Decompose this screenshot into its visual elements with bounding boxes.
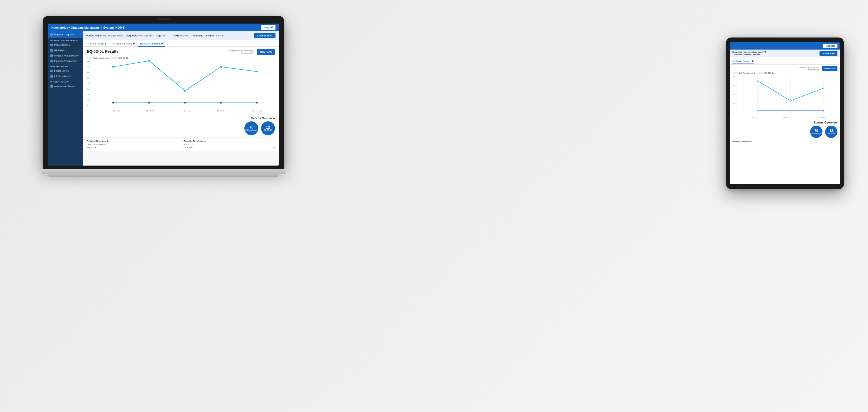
sidebar-inpatient-label: Inpatient / Outpatient	[54, 60, 76, 62]
tablet-legend-sa-color	[733, 72, 738, 73]
tablet-device: Logout Diagnosis: Haemophilia A Age: 76	[726, 37, 844, 189]
app-body: Register Diagnosis Patient Demographics …	[48, 31, 279, 165]
assessment-history-title: Assessment History	[87, 143, 178, 146]
patient-name-label: Patient Name:	[86, 34, 102, 37]
tablet-x-3: 08-07-2021	[816, 117, 826, 119]
tablet-new-form-button[interactable]: New Form	[822, 66, 837, 71]
sidebar-patient-details-label: Patient Details	[54, 44, 70, 46]
laptop-screen: Haematology Outcome Management System (H…	[48, 24, 279, 165]
score-sa-label: Self Assessment	[244, 129, 258, 131]
tablet-x-1: 11-06-2021	[749, 117, 759, 119]
x-label-5: 08-07-2021	[252, 110, 262, 112]
factor-levels-icon	[51, 70, 53, 72]
tablet-scores-section: Scores Overview 70 Self Assessment 12 EQ…	[733, 121, 837, 138]
assessment-forms-icon	[51, 85, 53, 88]
tablet-score-sa-value: 70	[814, 129, 818, 132]
close-patient-button[interactable]: Close Patient	[254, 33, 276, 38]
mrn-label: MRN:	[174, 34, 180, 37]
new-form-button[interactable]: New Form	[257, 49, 275, 55]
submitted-on-value: 08/07/2021	[243, 50, 254, 52]
tablet-tab-dot	[752, 60, 753, 62]
tablet-chart-meta: Submitted On: 09/07/2021 Submitted By:	[733, 67, 819, 70]
tablet-active-tab: EQ-5D-5L Results	[733, 60, 750, 62]
tablet-chart-legend: Self Assessment EQ-5D-5L	[733, 72, 837, 74]
tablet-logout-button[interactable]: Logout	[823, 44, 837, 48]
sidebar-item-inpatient[interactable]: Inpatient / Outpatient	[48, 58, 83, 64]
weight-height-icon	[51, 54, 53, 57]
sidebar-item-assessment-forms[interactable]: Assessment Forms	[48, 84, 83, 89]
legend-self-assessment-label: Self Assessment	[93, 57, 109, 59]
tablet-legend-eq-label: EQ-5D-5L	[764, 72, 774, 74]
gp-details-icon	[51, 49, 53, 52]
mobility-row: MOBILITY 2	[184, 146, 275, 149]
age-label: Age:	[157, 34, 162, 37]
tablet-x-labels: 11-06-2021 11-06-2021 08-07-2021	[738, 117, 837, 119]
sidebar-register-diagnosis[interactable]: Register Diagnosis	[48, 31, 83, 38]
chart-meta: Submitted On: 08/07/2021 Submitted By:	[229, 50, 254, 54]
logout-button[interactable]: Logout	[261, 25, 276, 30]
tablet-close-patient-button[interactable]: Close Patient	[819, 51, 837, 56]
scores-section: Scores Overview 70 Self Assessment 12 EQ…	[83, 115, 279, 137]
tab-patient-dot	[105, 43, 106, 44]
scores-title: Scores Overview	[87, 117, 275, 120]
tablet-y-axis: 806040200	[733, 76, 735, 113]
tablet-screen: Logout Diagnosis: Haemophilia A Age: 76	[730, 42, 840, 184]
x-label-1: 11-06-2021	[111, 110, 120, 112]
diagnosis-label: Diagnosis:	[126, 34, 138, 37]
tablet-legend-eq-color	[758, 72, 763, 73]
tabs-bar: Patient Details Assessment Forms EQ-5D-5…	[83, 40, 279, 46]
gender-value: Female	[216, 34, 224, 37]
tablet-main: Submitted On: 09/07/2021 Submitted By: N…	[730, 65, 840, 184]
patient-details-icon	[51, 44, 53, 46]
tablet-age-value: 76	[764, 51, 766, 53]
app-title: Haematology Outcome Management System (H…	[52, 26, 125, 29]
sidebar-item-factor-levels[interactable]: Factor Levels	[48, 68, 83, 74]
chart-area: 80706050403020100	[95, 61, 275, 112]
sidebar-item-inhibitor-results[interactable]: Inhibitor Results	[48, 74, 83, 79]
eq5d5l-rb: EQ-5D-5L	[184, 143, 275, 146]
tablet-diagnosis-value: Haemophilia A	[743, 51, 757, 53]
tablet-patient-bar: Diagnosis: Haemophilia A Age: 76 Treatme…	[730, 50, 840, 57]
scores-circles: 70 Self Assessment 12 EQ-5D-5L	[87, 121, 275, 135]
legend-eq5d5l-label: EQ-5D-5L	[119, 57, 128, 59]
submitted-on-label: Submitted On:	[229, 50, 243, 52]
tab-assessment-forms[interactable]: Assessment Forms	[110, 41, 137, 46]
mobility-value: 2	[274, 146, 275, 149]
score-eq-value: 12	[266, 125, 270, 129]
age-value: 76	[163, 34, 165, 37]
results-breakdown-col: Results Breakdown EQ-5D-5L MOBILITY 2	[184, 140, 275, 149]
inhibitor-icon	[51, 75, 53, 78]
patient-info-bar: Patient Name: Mrs Margret Smith Diagnosi…	[83, 31, 279, 40]
score-eq-label: EQ-5D-5L	[264, 129, 272, 131]
tablet-score-sa: 70 Self Assessment	[810, 126, 823, 138]
score-self-assessment: 70 Self Assessment	[244, 121, 258, 135]
sidebar-item-weight-height[interactable]: Weight / Height History	[48, 53, 83, 58]
tablet-chart-container	[743, 76, 837, 116]
tablet-legend-sa-label: Self Assessment	[739, 72, 755, 74]
tablet-submitted-by: Submitted By:	[733, 69, 819, 70]
laptop-base	[41, 169, 285, 174]
tablet-age-label: Age:	[758, 51, 763, 53]
scene: Haematology Outcome Management System (H…	[0, 0, 868, 412]
sidebar-assessment-forms-label: Assessment Forms	[54, 85, 75, 88]
tab-eq5d5l-dot	[161, 43, 163, 44]
chart-section: EQ-5D-5L Results Submitted On: 08/07/202…	[83, 46, 279, 115]
bottom-section: Related Documents Assessment History EQ-…	[83, 137, 279, 151]
register-icon	[51, 33, 53, 36]
tab-patient-details-label: Patient Details	[88, 42, 104, 45]
sidebar-item-gp-details[interactable]: GP Details	[48, 48, 83, 53]
legend-self-assessment-color	[87, 58, 92, 58]
tab-eq5d5l[interactable]: EQ-5D-5L Results	[138, 41, 165, 46]
x-axis-labels: 11-06-2021 11-06-2021 11-06-2021 11-06-2…	[95, 110, 275, 112]
tablet-score-sa-label: Self Assessment	[810, 132, 822, 134]
sidebar-weight-height-label: Weight / Height History	[54, 54, 79, 57]
tab-patient-details[interactable]: Patient Details	[86, 41, 108, 46]
sidebar-item-patient-details[interactable]: Patient Details	[48, 42, 83, 48]
treatment-label: Treatment:	[191, 34, 204, 37]
gender-label: Gender:	[206, 34, 215, 37]
diagnosis-value: Haemophilia A	[138, 34, 154, 37]
tab-assessment-dot	[133, 43, 135, 44]
tablet-submitted-on: Submitted On: 09/07/2021	[733, 67, 819, 69]
chart-header: EQ-5D-5L Results Submitted On: 08/07/202…	[87, 49, 275, 55]
main-content: Patient Name: Mrs Margret Smith Diagnosi…	[83, 31, 279, 165]
